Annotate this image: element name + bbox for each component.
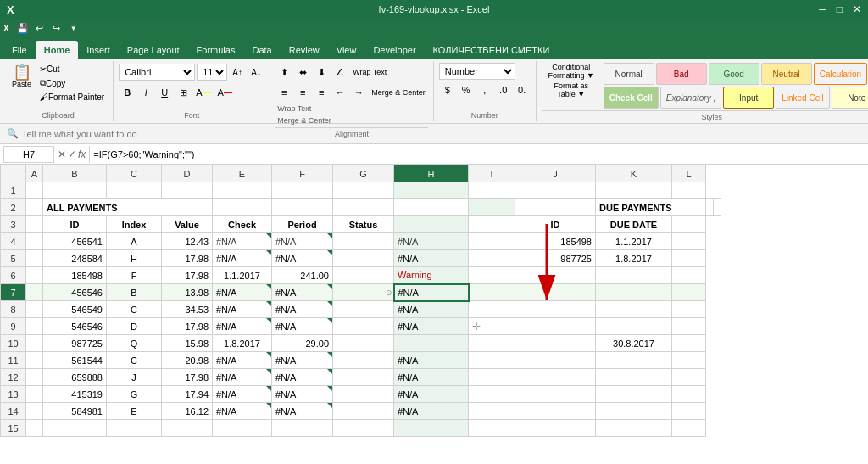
cell-j2[interactable]: DUE PAYMENTS	[596, 199, 706, 216]
cell-f2[interactable]	[333, 199, 394, 216]
cell-i4[interactable]	[469, 233, 515, 250]
cell-l8[interactable]	[672, 301, 706, 318]
cell-a7[interactable]	[26, 284, 43, 301]
minimize-button[interactable]: ─	[819, 3, 826, 15]
cell-i15[interactable]	[469, 420, 515, 437]
cell-d4[interactable]: 12.43	[162, 233, 213, 250]
copy-button[interactable]: ⧉ Copy	[36, 76, 108, 90]
cell-c6[interactable]: F	[107, 267, 162, 284]
cell-h12[interactable]: #N/A	[394, 369, 469, 386]
cell-b6[interactable]: 185498	[43, 267, 107, 284]
col-header-g[interactable]: G	[333, 165, 394, 182]
cell-g5[interactable]	[333, 250, 394, 267]
cell-g15[interactable]	[333, 420, 394, 437]
cell-h1[interactable]	[394, 182, 469, 199]
tell-me-input[interactable]	[22, 129, 861, 139]
tab-developer[interactable]: Developer	[364, 41, 424, 59]
cell-c9[interactable]: D	[107, 318, 162, 335]
borders-button[interactable]: ⊞	[175, 84, 192, 101]
formula-input[interactable]	[89, 146, 865, 163]
cell-k9[interactable]	[596, 318, 672, 335]
cell-a14[interactable]	[26, 403, 43, 420]
cell-c4[interactable]: A	[107, 233, 162, 250]
insert-function-icon[interactable]: fx	[78, 148, 86, 160]
cell-j5[interactable]: 987725	[515, 250, 596, 267]
cell-i2[interactable]	[515, 199, 596, 216]
cell-h8[interactable]: #N/A	[394, 301, 469, 318]
cell-f11[interactable]: #N/A	[272, 352, 333, 369]
tab-view[interactable]: View	[328, 41, 365, 59]
confirm-formula-icon[interactable]: ✓	[68, 148, 76, 160]
cell-a3[interactable]	[26, 216, 43, 233]
cell-k3[interactable]: DUE DATE	[596, 216, 672, 233]
cell-j1[interactable]	[515, 182, 596, 199]
cell-l14[interactable]	[672, 403, 706, 420]
cell-f7[interactable]: #N/A	[272, 284, 333, 301]
cell-c12[interactable]: J	[107, 369, 162, 386]
cell-b7[interactable]: 456546	[43, 284, 107, 301]
cell-k15[interactable]	[596, 420, 672, 437]
cell-c10[interactable]: Q	[107, 335, 162, 352]
cell-k12[interactable]	[596, 369, 672, 386]
cell-a9[interactable]	[26, 318, 43, 335]
cell-h4[interactable]: #N/A	[394, 233, 469, 250]
cell-g3[interactable]: Status	[333, 216, 394, 233]
cell-g10[interactable]	[333, 335, 394, 352]
cell-h3[interactable]	[394, 216, 469, 233]
cell-f5[interactable]: #N/A	[272, 250, 333, 267]
cell-g12[interactable]	[333, 369, 394, 386]
text-angle-button[interactable]: ∠	[331, 64, 348, 81]
cell-b4[interactable]: 456541	[43, 233, 107, 250]
cell-f13[interactable]: #N/A	[272, 386, 333, 403]
cell-i7[interactable]	[469, 284, 515, 301]
cell-j11[interactable]	[515, 352, 596, 369]
font-color-button[interactable]: A	[215, 84, 235, 101]
cell-j9[interactable]	[515, 318, 596, 335]
indent-inc-button[interactable]: →	[350, 84, 367, 101]
cell-e12[interactable]: #N/A	[213, 369, 272, 386]
tab-page-layout[interactable]: Page Layout	[119, 41, 188, 59]
cell-c5[interactable]: H	[107, 250, 162, 267]
cell-b13[interactable]: 415319	[43, 386, 107, 403]
format-painter-button[interactable]: 🖌 Format Painter	[36, 91, 108, 103]
cell-j14[interactable]	[515, 403, 596, 420]
cell-d12[interactable]: 17.98	[162, 369, 213, 386]
style-explanatory-box[interactable]: Explanatory ,	[660, 87, 721, 109]
tab-formulas[interactable]: Formulas	[188, 41, 244, 59]
style-linked-cell-box[interactable]: Linked Cell	[776, 87, 829, 109]
cell-a6[interactable]	[26, 267, 43, 284]
col-header-l[interactable]: L	[672, 165, 706, 182]
bold-button[interactable]: B	[119, 84, 136, 101]
cell-c15[interactable]	[107, 420, 162, 437]
cell-h5[interactable]: #N/A	[394, 250, 469, 267]
cell-c8[interactable]: C	[107, 301, 162, 318]
cell-l12[interactable]	[672, 369, 706, 386]
indent-dec-button[interactable]: ←	[331, 84, 348, 101]
cell-j7[interactable]	[515, 284, 596, 301]
cell-b11[interactable]: 561544	[43, 352, 107, 369]
cell-reference-box[interactable]	[3, 146, 54, 163]
cell-g2[interactable]	[394, 199, 469, 216]
col-header-i[interactable]: I	[469, 165, 515, 182]
cell-e13[interactable]: #N/A	[213, 386, 272, 403]
cell-l3[interactable]	[672, 216, 706, 233]
undo-icon[interactable]: ↩	[33, 21, 47, 35]
redo-icon[interactable]: ↪	[50, 21, 64, 35]
cell-d7[interactable]: 13.98	[162, 284, 213, 301]
align-middle-button[interactable]: ⬌	[294, 64, 311, 81]
cell-i1[interactable]	[469, 182, 515, 199]
spreadsheet[interactable]: A B C D E F G H I J K L 1	[0, 165, 868, 464]
col-header-h[interactable]: H	[394, 165, 469, 182]
cell-d9[interactable]: 17.98	[162, 318, 213, 335]
merge-center-button[interactable]: Merge & Center	[369, 84, 428, 101]
cell-k11[interactable]	[596, 352, 672, 369]
cell-b5[interactable]: 248584	[43, 250, 107, 267]
cell-b1[interactable]	[43, 182, 107, 199]
cell-f14[interactable]: #N/A	[272, 403, 333, 420]
col-header-e[interactable]: E	[213, 165, 272, 182]
col-header-j[interactable]: J	[515, 165, 596, 182]
cell-d15[interactable]	[162, 420, 213, 437]
cell-f8[interactable]: #N/A	[272, 301, 333, 318]
cell-h11[interactable]: #N/A	[394, 352, 469, 369]
cell-f3[interactable]: Period	[272, 216, 333, 233]
